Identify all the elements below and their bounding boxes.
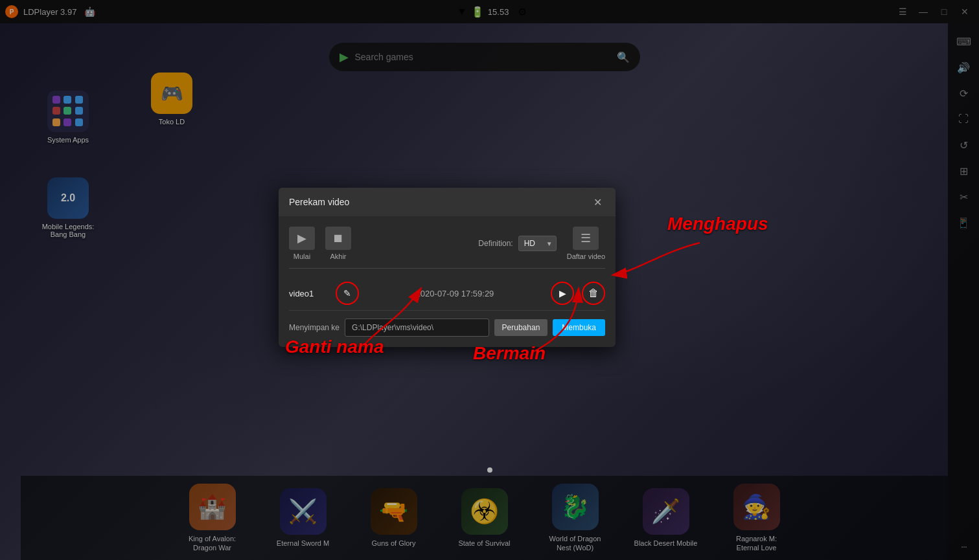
save-path[interactable]: G:\LDPlayer\vms\video\ xyxy=(345,319,489,337)
daftar-label: Daftar video xyxy=(567,252,605,260)
video-row: video1 ✎ 2020-07-09 17:59:29 ▶ 🗑 xyxy=(289,276,605,311)
video-name: video1 xyxy=(289,289,328,298)
daftar-video-button[interactable]: ☰ Daftar video xyxy=(567,227,605,260)
akhir-icon: ⏹ xyxy=(325,227,351,250)
save-row: Menyimpan ke G:\LDPlayer\vms\video\ Peru… xyxy=(289,319,605,337)
definition-label: Definition: xyxy=(478,239,513,248)
video-play-button[interactable]: ▶ xyxy=(551,282,574,305)
perubahan-button[interactable]: Perubahan xyxy=(494,319,548,336)
modal-header: Perekam video ✕ xyxy=(279,188,616,216)
modal-body: ▶ Mulai ⏹ Akhir Definition: HD SD FHD ▼ xyxy=(279,216,616,347)
akhir-button[interactable]: ⏹ Akhir xyxy=(325,227,351,260)
video-rename-button[interactable]: ✎ xyxy=(336,282,359,305)
video-timestamp: 2020-07-09 17:59:29 xyxy=(367,289,543,298)
modal-title: Perekam video xyxy=(289,197,349,207)
definition-select-wrapper: HD SD FHD ▼ xyxy=(518,236,557,251)
mulai-label: Mulai xyxy=(294,252,310,260)
modal-toolbar: ▶ Mulai ⏹ Akhir Definition: HD SD FHD ▼ xyxy=(289,227,605,269)
modal-close-button[interactable]: ✕ xyxy=(590,194,605,210)
akhir-label: Akhir xyxy=(330,252,346,260)
video-recorder-modal: Perekam video ✕ ▶ Mulai ⏹ Akhir Definiti… xyxy=(279,188,616,347)
video-delete-button[interactable]: 🗑 xyxy=(582,282,605,305)
mulai-button[interactable]: ▶ Mulai xyxy=(289,227,315,260)
definition-group: Definition: HD SD FHD ▼ xyxy=(478,236,556,251)
save-label: Menyimpan ke xyxy=(289,323,340,332)
membuka-button[interactable]: Membuka xyxy=(553,319,605,336)
mulai-icon: ▶ xyxy=(289,227,315,250)
daftar-icon: ☰ xyxy=(573,227,599,250)
definition-select[interactable]: HD SD FHD xyxy=(518,236,557,251)
